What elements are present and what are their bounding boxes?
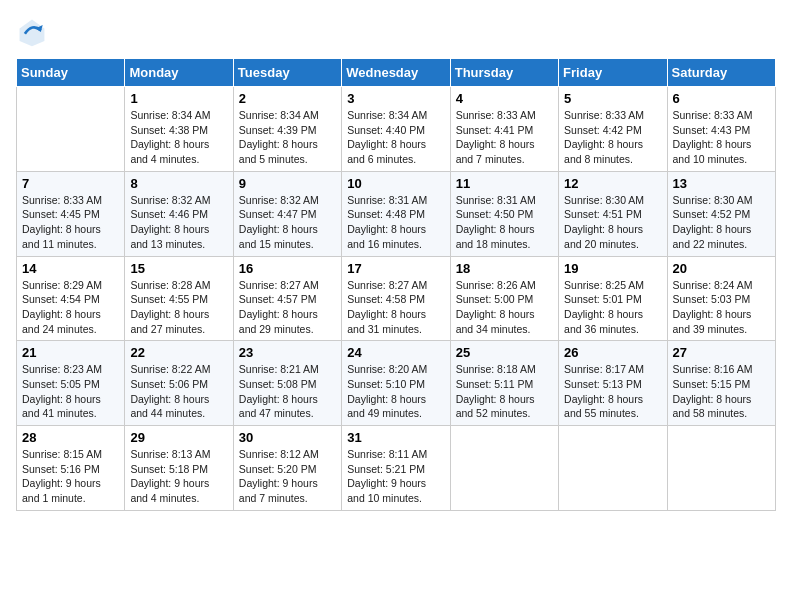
cell-info: Sunrise: 8:27 AMSunset: 4:58 PMDaylight:… [347,278,444,337]
day-number: 17 [347,261,444,276]
logo [16,16,52,48]
calendar-cell: 26Sunrise: 8:17 AMSunset: 5:13 PMDayligh… [559,341,667,426]
cell-info: Sunrise: 8:23 AMSunset: 5:05 PMDaylight:… [22,362,119,421]
calendar-cell: 12Sunrise: 8:30 AMSunset: 4:51 PMDayligh… [559,171,667,256]
calendar-cell: 4Sunrise: 8:33 AMSunset: 4:41 PMDaylight… [450,87,558,172]
cell-info: Sunrise: 8:34 AMSunset: 4:39 PMDaylight:… [239,108,336,167]
day-number: 7 [22,176,119,191]
cell-info: Sunrise: 8:30 AMSunset: 4:51 PMDaylight:… [564,193,661,252]
calendar-cell: 2Sunrise: 8:34 AMSunset: 4:39 PMDaylight… [233,87,341,172]
cell-info: Sunrise: 8:20 AMSunset: 5:10 PMDaylight:… [347,362,444,421]
cell-info: Sunrise: 8:33 AMSunset: 4:45 PMDaylight:… [22,193,119,252]
calendar-cell: 17Sunrise: 8:27 AMSunset: 4:58 PMDayligh… [342,256,450,341]
day-number: 5 [564,91,661,106]
page-header [16,16,776,48]
calendar-cell [17,87,125,172]
day-number: 25 [456,345,553,360]
day-number: 4 [456,91,553,106]
calendar-cell: 28Sunrise: 8:15 AMSunset: 5:16 PMDayligh… [17,426,125,511]
cell-info: Sunrise: 8:34 AMSunset: 4:38 PMDaylight:… [130,108,227,167]
weekday-header-saturday: Saturday [667,59,775,87]
cell-info: Sunrise: 8:33 AMSunset: 4:43 PMDaylight:… [673,108,770,167]
day-number: 13 [673,176,770,191]
calendar-cell: 8Sunrise: 8:32 AMSunset: 4:46 PMDaylight… [125,171,233,256]
calendar-cell: 29Sunrise: 8:13 AMSunset: 5:18 PMDayligh… [125,426,233,511]
day-number: 6 [673,91,770,106]
week-row-2: 7Sunrise: 8:33 AMSunset: 4:45 PMDaylight… [17,171,776,256]
cell-info: Sunrise: 8:11 AMSunset: 5:21 PMDaylight:… [347,447,444,506]
calendar-cell: 14Sunrise: 8:29 AMSunset: 4:54 PMDayligh… [17,256,125,341]
cell-info: Sunrise: 8:34 AMSunset: 4:40 PMDaylight:… [347,108,444,167]
calendar-cell: 21Sunrise: 8:23 AMSunset: 5:05 PMDayligh… [17,341,125,426]
cell-info: Sunrise: 8:21 AMSunset: 5:08 PMDaylight:… [239,362,336,421]
cell-info: Sunrise: 8:28 AMSunset: 4:55 PMDaylight:… [130,278,227,337]
day-number: 27 [673,345,770,360]
day-number: 12 [564,176,661,191]
cell-info: Sunrise: 8:33 AMSunset: 4:41 PMDaylight:… [456,108,553,167]
day-number: 30 [239,430,336,445]
cell-info: Sunrise: 8:33 AMSunset: 4:42 PMDaylight:… [564,108,661,167]
calendar-table: SundayMondayTuesdayWednesdayThursdayFrid… [16,58,776,511]
cell-info: Sunrise: 8:31 AMSunset: 4:48 PMDaylight:… [347,193,444,252]
calendar-cell: 20Sunrise: 8:24 AMSunset: 5:03 PMDayligh… [667,256,775,341]
calendar-cell: 27Sunrise: 8:16 AMSunset: 5:15 PMDayligh… [667,341,775,426]
svg-marker-0 [20,20,45,47]
weekday-header-thursday: Thursday [450,59,558,87]
week-row-5: 28Sunrise: 8:15 AMSunset: 5:16 PMDayligh… [17,426,776,511]
cell-info: Sunrise: 8:27 AMSunset: 4:57 PMDaylight:… [239,278,336,337]
weekday-header-sunday: Sunday [17,59,125,87]
week-row-4: 21Sunrise: 8:23 AMSunset: 5:05 PMDayligh… [17,341,776,426]
day-number: 22 [130,345,227,360]
day-number: 10 [347,176,444,191]
day-number: 24 [347,345,444,360]
day-number: 29 [130,430,227,445]
day-number: 31 [347,430,444,445]
day-number: 21 [22,345,119,360]
calendar-cell: 13Sunrise: 8:30 AMSunset: 4:52 PMDayligh… [667,171,775,256]
calendar-cell: 31Sunrise: 8:11 AMSunset: 5:21 PMDayligh… [342,426,450,511]
cell-info: Sunrise: 8:18 AMSunset: 5:11 PMDaylight:… [456,362,553,421]
calendar-cell: 11Sunrise: 8:31 AMSunset: 4:50 PMDayligh… [450,171,558,256]
weekday-header-row: SundayMondayTuesdayWednesdayThursdayFrid… [17,59,776,87]
cell-info: Sunrise: 8:31 AMSunset: 4:50 PMDaylight:… [456,193,553,252]
calendar-cell [450,426,558,511]
calendar-cell: 24Sunrise: 8:20 AMSunset: 5:10 PMDayligh… [342,341,450,426]
day-number: 18 [456,261,553,276]
weekday-header-friday: Friday [559,59,667,87]
calendar-cell: 23Sunrise: 8:21 AMSunset: 5:08 PMDayligh… [233,341,341,426]
day-number: 28 [22,430,119,445]
weekday-header-tuesday: Tuesday [233,59,341,87]
day-number: 26 [564,345,661,360]
calendar-cell: 22Sunrise: 8:22 AMSunset: 5:06 PMDayligh… [125,341,233,426]
calendar-cell: 30Sunrise: 8:12 AMSunset: 5:20 PMDayligh… [233,426,341,511]
calendar-cell: 19Sunrise: 8:25 AMSunset: 5:01 PMDayligh… [559,256,667,341]
calendar-cell: 1Sunrise: 8:34 AMSunset: 4:38 PMDaylight… [125,87,233,172]
logo-icon [16,16,48,48]
calendar-cell [559,426,667,511]
calendar-cell: 6Sunrise: 8:33 AMSunset: 4:43 PMDaylight… [667,87,775,172]
calendar-cell [667,426,775,511]
day-number: 23 [239,345,336,360]
cell-info: Sunrise: 8:13 AMSunset: 5:18 PMDaylight:… [130,447,227,506]
cell-info: Sunrise: 8:32 AMSunset: 4:46 PMDaylight:… [130,193,227,252]
day-number: 2 [239,91,336,106]
week-row-1: 1Sunrise: 8:34 AMSunset: 4:38 PMDaylight… [17,87,776,172]
calendar-cell: 9Sunrise: 8:32 AMSunset: 4:47 PMDaylight… [233,171,341,256]
day-number: 8 [130,176,227,191]
cell-info: Sunrise: 8:12 AMSunset: 5:20 PMDaylight:… [239,447,336,506]
cell-info: Sunrise: 8:32 AMSunset: 4:47 PMDaylight:… [239,193,336,252]
calendar-cell: 18Sunrise: 8:26 AMSunset: 5:00 PMDayligh… [450,256,558,341]
calendar-cell: 5Sunrise: 8:33 AMSunset: 4:42 PMDaylight… [559,87,667,172]
day-number: 9 [239,176,336,191]
cell-info: Sunrise: 8:25 AMSunset: 5:01 PMDaylight:… [564,278,661,337]
cell-info: Sunrise: 8:26 AMSunset: 5:00 PMDaylight:… [456,278,553,337]
calendar-cell: 7Sunrise: 8:33 AMSunset: 4:45 PMDaylight… [17,171,125,256]
weekday-header-monday: Monday [125,59,233,87]
week-row-3: 14Sunrise: 8:29 AMSunset: 4:54 PMDayligh… [17,256,776,341]
day-number: 14 [22,261,119,276]
day-number: 1 [130,91,227,106]
day-number: 19 [564,261,661,276]
calendar-cell: 16Sunrise: 8:27 AMSunset: 4:57 PMDayligh… [233,256,341,341]
calendar-cell: 25Sunrise: 8:18 AMSunset: 5:11 PMDayligh… [450,341,558,426]
day-number: 20 [673,261,770,276]
